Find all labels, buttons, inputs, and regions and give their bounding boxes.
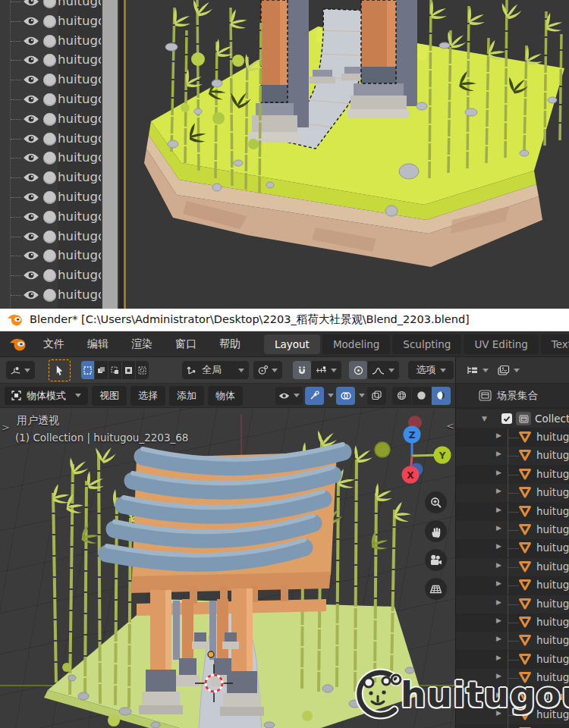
editor-type-dropdown[interactable] [6, 361, 35, 379]
mode-dropdown[interactable]: 物体模式 [5, 387, 88, 405]
object-name[interactable]: huitugo [58, 70, 101, 89]
hide-toggle-eye-icon[interactable] [23, 16, 39, 27]
object-name[interactable]: huitugo [58, 31, 101, 51]
object-origin-dot[interactable] [208, 651, 214, 657]
hide-toggle-eye-icon[interactable] [23, 55, 39, 65]
expand-arrow-icon[interactable]: ▶ [496, 469, 501, 476]
hide-toggle-eye-icon[interactable] [23, 36, 39, 46]
select-mode-extend[interactable] [95, 361, 108, 379]
blender-logo-icon[interactable] [9, 337, 27, 352]
object-name[interactable]: huitugo [536, 541, 569, 554]
outliner-row[interactable]: huitugo [0, 0, 101, 11]
object-name[interactable]: huitugo [536, 671, 569, 683]
object-name[interactable]: huitugo [58, 89, 101, 109]
object-name[interactable]: huitugo [58, 129, 101, 149]
object-name[interactable]: huitugo [536, 449, 569, 461]
menu-file[interactable]: 文件 [32, 337, 76, 351]
overlays-toggle[interactable] [336, 387, 355, 405]
outliner-item-row[interactable]: ▶ huitugo [456, 539, 569, 557]
toggle-circle-icon[interactable] [43, 54, 56, 67]
hide-toggle-eye-icon[interactable] [23, 231, 39, 242]
menu-help[interactable]: 帮助 [208, 337, 252, 351]
outliner-row[interactable]: huitugo [0, 188, 101, 206]
menu-object[interactable]: 物体 [208, 386, 243, 406]
expand-arrow-icon[interactable]: ▶ [496, 524, 501, 532]
shading-wireframe[interactable] [392, 387, 411, 405]
top-outliner-panel[interactable]: huitugo huitugo huitugo huitugo [0, 0, 101, 309]
object-name[interactable]: huitugo [536, 616, 569, 628]
expand-arrow-icon[interactable]: ▶ [496, 579, 501, 587]
outliner-row[interactable]: huitugo [0, 110, 101, 128]
expand-arrow-icon[interactable]: ▶ [496, 691, 501, 698]
menu-add[interactable]: 添加 [169, 386, 204, 406]
menu-edit[interactable]: 编辑 [76, 337, 120, 351]
outliner-item-row[interactable]: ▶ huitugo [456, 558, 569, 576]
object-name[interactable]: huitugo [58, 207, 101, 227]
chevron-down-icon[interactable] [328, 394, 334, 397]
shading-solid[interactable] [412, 387, 431, 405]
object-name[interactable]: huitugo [536, 431, 569, 443]
xray-toggle[interactable] [367, 387, 386, 405]
hide-toggle-eye-icon[interactable] [23, 290, 39, 300]
snap-toggle[interactable] [293, 361, 311, 379]
toggle-circle-icon[interactable] [43, 289, 56, 302]
outliner-item-row[interactable]: ▶ huitugo [456, 428, 569, 447]
collection-checkbox[interactable] [501, 413, 512, 424]
transform-orientation-dropdown[interactable]: 全局 [182, 361, 249, 379]
select-mode-set[interactable] [81, 361, 94, 379]
hide-toggle-eye-icon[interactable] [23, 212, 39, 222]
tab-sculpting[interactable]: Sculpting [392, 334, 461, 354]
hide-toggle-eye-icon[interactable] [23, 0, 39, 7]
outliner-item-row[interactable]: ▶ huitugo [456, 447, 569, 465]
object-name[interactable]: huitugo [536, 486, 569, 498]
tab-layout[interactable]: Layout [264, 334, 320, 354]
zoom-button[interactable] [425, 491, 447, 513]
expand-arrow-icon[interactable]: ▶ [496, 561, 501, 569]
expand-arrow-icon[interactable]: ▶ [496, 672, 501, 679]
toggle-circle-icon[interactable] [43, 35, 56, 48]
scene-collection-row[interactable]: 场景集合 [456, 384, 569, 408]
hide-toggle-eye-icon[interactable] [23, 250, 39, 261]
select-mode-invert[interactable] [122, 361, 135, 379]
outliner-item-row[interactable]: ▶ huitugo [456, 632, 569, 650]
object-name[interactable]: huitugo [536, 690, 569, 702]
outliner-item-row[interactable]: ▶ huitugo [456, 724, 569, 728]
select-mode-intersect[interactable] [136, 361, 149, 379]
outliner-row[interactable]: huitugo [0, 168, 101, 187]
pivot-point-dropdown[interactable] [253, 361, 282, 379]
toggle-circle-icon[interactable] [43, 249, 56, 262]
toggle-circle-icon[interactable] [43, 191, 56, 204]
outliner-row[interactable]: huitugo [0, 266, 101, 284]
visibility-dropdown[interactable] [275, 387, 303, 405]
outliner-item-row[interactable]: ▶ huitugo [456, 521, 569, 539]
expand-arrow-icon[interactable]: ▶ [496, 709, 501, 717]
toggle-circle-icon[interactable] [43, 15, 56, 28]
object-name[interactable]: huitugo [536, 505, 569, 517]
toggle-circle-icon[interactable] [43, 171, 56, 184]
hide-toggle-eye-icon[interactable] [23, 172, 39, 183]
outliner-item-row[interactable]: ▶ huitugo [456, 706, 569, 724]
toggle-ortho-button[interactable] [425, 578, 447, 600]
gizmos-toggle[interactable] [305, 387, 324, 405]
outliner-item-row[interactable]: ▶ huitugo [456, 613, 569, 632]
scrollbar-thumb[interactable] [102, 0, 118, 309]
toggle-circle-icon[interactable] [43, 231, 56, 243]
toggle-circle-icon[interactable] [43, 133, 56, 146]
object-name[interactable]: huitugo [58, 246, 101, 265]
outliner-row[interactable]: huitugo [0, 12, 101, 30]
toggle-circle-icon[interactable] [43, 93, 56, 106]
menu-render[interactable]: 渲染 [120, 337, 164, 351]
expand-arrow-icon[interactable]: ▶ [496, 598, 501, 606]
tab-texture-paint[interactable]: Texture Paint [541, 334, 569, 354]
object-name[interactable]: huitugo [58, 265, 101, 285]
outliner-row[interactable]: huitugo [0, 130, 101, 148]
outliner-row[interactable]: huitugo [0, 90, 101, 108]
outliner-filter-dropdown[interactable] [498, 365, 520, 375]
expand-arrow-icon[interactable]: ▶ [496, 542, 501, 550]
outliner-row[interactable]: huitugo [0, 228, 101, 246]
hide-toggle-eye-icon[interactable] [23, 74, 39, 85]
expand-arrow-icon[interactable]: ▶ [496, 617, 501, 624]
object-name[interactable]: huitugo [536, 523, 569, 535]
outliner-item-row[interactable]: ▶ huitugo [456, 466, 569, 484]
object-name[interactable]: huitugo [536, 468, 569, 480]
